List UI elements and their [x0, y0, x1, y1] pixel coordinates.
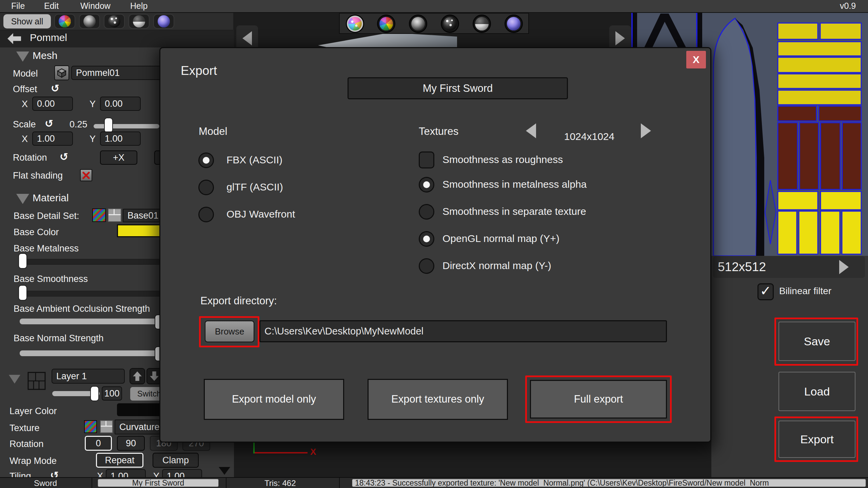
size-next-icon[interactable]: [641, 123, 651, 138]
texture-size-label: 1024x1024: [550, 131, 628, 142]
rotation-plus-x-button[interactable]: +X: [100, 150, 137, 165]
scale-y-field[interactable]: 1.00: [100, 131, 141, 146]
arrow-left-icon: [242, 31, 252, 45]
scale-y-label: Y: [90, 134, 96, 144]
radio-obj-label: OBJ Wavefront: [226, 208, 295, 220]
layer-texture-grid-icon[interactable]: [100, 420, 113, 433]
height-map-button[interactable]: [409, 15, 427, 33]
viewport-map-toolbar: [339, 13, 529, 34]
menu-file[interactable]: File: [11, 1, 25, 11]
layer-texture-icon[interactable]: [84, 420, 97, 433]
directx-normal-radio[interactable]: [419, 258, 434, 274]
detail-set-grid-icon[interactable]: [108, 208, 121, 222]
close-button[interactable]: X: [686, 51, 706, 68]
layer-opacity-thumb[interactable]: [90, 386, 99, 401]
smoothness-map-button[interactable]: [473, 15, 491, 33]
radio-obj[interactable]: [198, 207, 214, 222]
smoothness-as-roughness-checkbox[interactable]: [419, 151, 434, 168]
export-path-field[interactable]: C:\Users\Kev\Desktop\MyNewModel: [259, 320, 667, 342]
mode-label: Sword: [34, 479, 57, 488]
bilinear-filter-label: Bilinear filter: [779, 286, 831, 297]
mesh-collapse-icon[interactable]: [16, 52, 29, 62]
detail-set-label: Base Detail Set:: [14, 211, 79, 221]
browse-highlight-box: [199, 316, 259, 347]
preview-size-bar[interactable]: 512x512: [713, 256, 865, 278]
rotation-reset-icon[interactable]: ↺: [60, 151, 68, 163]
smoothness-slider-thumb[interactable]: [18, 285, 27, 301]
offset-x-field[interactable]: 0.00: [32, 97, 73, 111]
radio-fbx[interactable]: [198, 152, 214, 168]
ao-slider-track[interactable]: [20, 319, 165, 324]
load-button[interactable]: Load: [778, 372, 855, 411]
base-metalness-label: Base Metalness: [14, 243, 79, 254]
save-highlight-box: [774, 318, 858, 366]
opengl-normal-radio[interactable]: [419, 231, 434, 247]
menu-help[interactable]: Help: [130, 1, 147, 11]
normal-map-button[interactable]: [153, 14, 174, 29]
radio-gltf[interactable]: [198, 180, 214, 195]
wrap-clamp-button[interactable]: Clamp: [153, 453, 199, 468]
albedo-map-button[interactable]: [54, 14, 75, 29]
rotation-90-button[interactable]: 90: [117, 436, 145, 451]
model-cube-button[interactable]: [54, 65, 69, 80]
scale-reset-icon[interactable]: ↺: [45, 118, 53, 129]
wrap-repeat-button[interactable]: Repeat: [96, 453, 143, 468]
export-name-field[interactable]: My First Sword: [348, 77, 568, 99]
combined-map-button[interactable]: [346, 15, 364, 33]
layer-rotation-label: Rotation: [9, 439, 44, 449]
show-all-button[interactable]: Show all: [3, 14, 51, 28]
model-name-field[interactable]: My First Sword: [98, 479, 219, 487]
smoothness-separate-label: Smoothness in separate texture: [442, 206, 586, 217]
menu-window[interactable]: Window: [80, 1, 111, 11]
model-name-field[interactable]: Pommel01: [71, 66, 164, 80]
layer-move-up-button[interactable]: [130, 368, 145, 384]
smoothness-slider-track[interactable]: [19, 291, 166, 297]
scroll-down-indicator[interactable]: [219, 467, 230, 475]
next-size-icon[interactable]: [839, 260, 849, 274]
export-model-only-button[interactable]: Export model only: [204, 379, 344, 420]
scale-slider-thumb[interactable]: [104, 118, 113, 133]
breadcrumb-title: Pommel: [30, 32, 67, 43]
layer-texture-label: Texture: [9, 423, 40, 433]
detail-set-texture-icon[interactable]: [92, 208, 106, 222]
metalness-map-button[interactable]: [104, 14, 125, 29]
height-map-button[interactable]: [79, 14, 100, 29]
combined-map-icon: [348, 17, 362, 30]
arrow-down-icon: [150, 371, 159, 381]
material-collapse-icon[interactable]: [16, 194, 29, 204]
normal-map-icon: [158, 15, 170, 27]
status-bar: Sword My First Sword Tris: 462 18:43:23 …: [0, 477, 868, 488]
full-export-highlight-box: [525, 375, 672, 423]
metalness-slider-track[interactable]: [19, 259, 166, 265]
albedo-map-button[interactable]: [377, 15, 395, 33]
layer-collapse-icon[interactable]: [9, 375, 20, 384]
texture-view-toolbar: Show all: [0, 13, 233, 30]
layer-name-field[interactable]: Layer 1: [52, 369, 125, 384]
normal-map-button[interactable]: [505, 15, 523, 33]
layer-opacity-field[interactable]: 100: [102, 386, 122, 401]
offset-reset-icon[interactable]: ↺: [51, 82, 59, 94]
menu-edit[interactable]: Edit: [44, 1, 59, 11]
base-normal-label: Base Normal Strength: [14, 333, 104, 344]
normal-slider-track[interactable]: [20, 350, 165, 356]
export-textures-only-button[interactable]: Export textures only: [368, 379, 508, 420]
offset-y-field[interactable]: 0.00: [100, 97, 141, 111]
size-prev-icon[interactable]: [526, 123, 536, 138]
normal-map-icon: [507, 17, 520, 30]
base-color-label: Base Color: [14, 227, 59, 238]
smoothness-metalness-alpha-radio[interactable]: [419, 177, 434, 192]
scale-x-field[interactable]: 1.00: [32, 131, 73, 146]
app-window: X 512x5: [0, 0, 868, 488]
smoothness-separate-radio[interactable]: [419, 204, 434, 220]
rotation-0-button[interactable]: 0: [85, 436, 112, 451]
offset-label: Offset: [13, 84, 37, 95]
scale-slider-track[interactable]: [94, 124, 159, 128]
preview-size-label: 512x512: [718, 260, 766, 274]
back-arrow-icon[interactable]: [7, 33, 21, 44]
smoothness-map-button[interactable]: [129, 14, 150, 29]
metalness-slider-thumb[interactable]: [18, 253, 27, 269]
flat-shading-checkbox[interactable]: [80, 169, 92, 181]
opengl-normal-label: OpenGL normal map (Y+): [442, 233, 559, 244]
bilinear-filter-checkbox[interactable]: ✓: [757, 283, 774, 300]
metalness-map-button[interactable]: [441, 15, 459, 33]
